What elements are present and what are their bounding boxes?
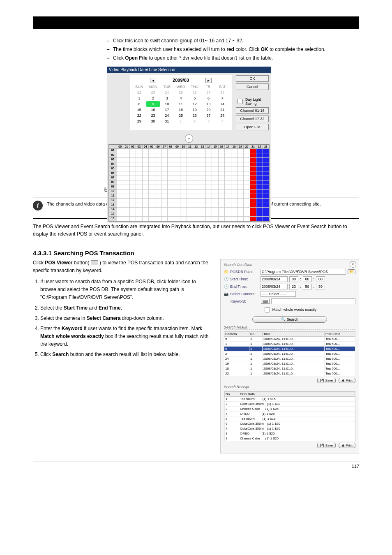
timeline-cell[interactable]	[225, 212, 231, 217]
timeline-cell[interactable]	[238, 194, 244, 199]
timeline-cell[interactable]	[155, 217, 161, 221]
calendar-day[interactable]: 26	[188, 113, 202, 118]
match-words-checkbox[interactable]: Match whole words exactly	[263, 306, 317, 314]
timeline-cell[interactable]	[123, 176, 129, 180]
timeline-cell[interactable]	[161, 149, 168, 153]
timeline-cell[interactable]	[225, 208, 231, 212]
calendar-day[interactable]: 24	[160, 113, 174, 118]
timeline-cell[interactable]	[256, 153, 263, 158]
timeline-cell[interactable]	[123, 194, 129, 199]
timeline-cell[interactable]	[136, 149, 142, 153]
timeline-cell[interactable]	[250, 171, 256, 176]
timeline-cell[interactable]	[250, 149, 256, 153]
save-receipt-button[interactable]: 💾 Save	[317, 443, 336, 448]
rcol-no[interactable]: No.	[225, 391, 239, 396]
timeline-cell[interactable]	[117, 167, 123, 171]
timeline-cell[interactable]	[225, 149, 231, 153]
timeline-cell[interactable]	[130, 162, 136, 167]
timeline-cell[interactable]	[263, 162, 269, 167]
timeline-cell[interactable]	[244, 176, 250, 180]
timeline-cell[interactable]	[199, 217, 205, 221]
timeline-cell[interactable]	[238, 208, 244, 212]
timeline-cell[interactable]	[250, 162, 256, 167]
timeline-cell[interactable]	[161, 203, 168, 208]
timeline-cell[interactable]	[225, 217, 231, 221]
timeline-cell[interactable]	[143, 171, 149, 176]
timeline-cell[interactable]	[206, 194, 212, 199]
timeline-cell[interactable]	[250, 199, 256, 203]
posdb-path-input[interactable]: C:\Program Files\DVR\DVR Server\POS	[261, 269, 346, 275]
timeline-cell[interactable]	[174, 199, 180, 203]
calendar-day[interactable]: 24	[160, 90, 174, 95]
timeline-cell[interactable]	[155, 153, 161, 158]
timeline-cell[interactable]	[244, 212, 250, 217]
timeline-cell[interactable]	[231, 208, 238, 212]
receipt-row[interactable]: 6CokeCola 350ml (1) 1 $20	[225, 421, 355, 426]
timeline-cell[interactable]	[244, 199, 250, 203]
timeline-cell[interactable]	[199, 171, 205, 176]
timeline-cell[interactable]	[130, 149, 136, 153]
timeline-cell[interactable]	[136, 194, 142, 199]
timeline-cell[interactable]	[130, 208, 136, 212]
timeline-cell[interactable]	[143, 199, 149, 203]
calendar-day[interactable]: 5	[188, 95, 202, 101]
timeline-cell[interactable]	[149, 176, 155, 180]
timeline-cell[interactable]	[143, 208, 149, 212]
timeline-cell[interactable]	[180, 212, 187, 217]
timeline-cell[interactable]	[174, 162, 180, 167]
rcol-posdata[interactable]: POS Data	[239, 391, 355, 396]
timeline-cell[interactable]	[238, 212, 244, 217]
timeline-cell[interactable]	[187, 199, 193, 203]
timeline-cell[interactable]	[231, 194, 238, 199]
calendar-day[interactable]: 29	[132, 118, 146, 124]
start-hour[interactable]: 00	[289, 276, 298, 282]
channel-17-32-button[interactable]: Channel 17-32	[236, 116, 269, 122]
timeline-cell[interactable]	[206, 203, 212, 208]
timeline-cell[interactable]	[117, 158, 123, 162]
timeline-cell[interactable]	[187, 176, 193, 180]
timeline-cell[interactable]	[149, 162, 155, 167]
timeline-cell[interactable]	[193, 180, 199, 185]
timeline-cell[interactable]	[244, 153, 250, 158]
timeline-cell[interactable]	[136, 208, 142, 212]
timeline-cell[interactable]	[263, 153, 269, 158]
timeline-cell[interactable]	[199, 167, 205, 171]
timeline-cell[interactable]	[193, 208, 199, 212]
calendar-day[interactable]: 31	[160, 118, 174, 124]
timeline-cell[interactable]	[238, 217, 244, 221]
timeline-cell[interactable]	[155, 208, 161, 212]
open-file-button[interactable]: Open File	[236, 124, 269, 130]
result-row[interactable]: 212008/03/24, 11:01:0...Tea 500...	[224, 351, 355, 356]
timeline-cell[interactable]	[155, 176, 161, 180]
timeline-cell[interactable]	[219, 180, 225, 185]
timeline-cell[interactable]	[212, 217, 218, 221]
calendar-day[interactable]: 8	[132, 101, 146, 107]
timeline-cell[interactable]	[250, 194, 256, 199]
timeline-cell[interactable]	[117, 171, 123, 176]
calendar-day[interactable]: 23	[146, 90, 160, 95]
timeline-cell[interactable]	[136, 199, 142, 203]
timeline-cell[interactable]	[244, 180, 250, 185]
timeline-cell[interactable]	[212, 194, 218, 199]
timeline-cell[interactable]	[250, 217, 256, 221]
timeline-cell[interactable]	[256, 180, 263, 185]
timeline-cell[interactable]	[263, 158, 269, 162]
timeline-cell[interactable]	[168, 162, 174, 167]
timeline-cell[interactable]	[155, 180, 161, 185]
timeline-cell[interactable]	[168, 208, 174, 212]
col-time[interactable]: Time	[262, 331, 324, 336]
timeline-cell[interactable]	[180, 149, 187, 153]
timeline-cell[interactable]	[123, 158, 129, 162]
col-posdata[interactable]: POS Data	[325, 331, 355, 336]
timeline-cell[interactable]	[238, 180, 244, 185]
timeline-cell[interactable]	[238, 153, 244, 158]
timeline-cell[interactable]	[149, 149, 155, 153]
prev-month-button[interactable]: ◂	[150, 78, 156, 83]
timeline-cell[interactable]	[199, 153, 205, 158]
timeline-cell[interactable]	[168, 217, 174, 221]
timeline-cell[interactable]	[123, 149, 129, 153]
timeline-cell[interactable]	[168, 180, 174, 185]
timeline-cell[interactable]	[149, 171, 155, 176]
timeline-cell[interactable]	[231, 217, 238, 221]
timeline-cell[interactable]	[180, 194, 187, 199]
